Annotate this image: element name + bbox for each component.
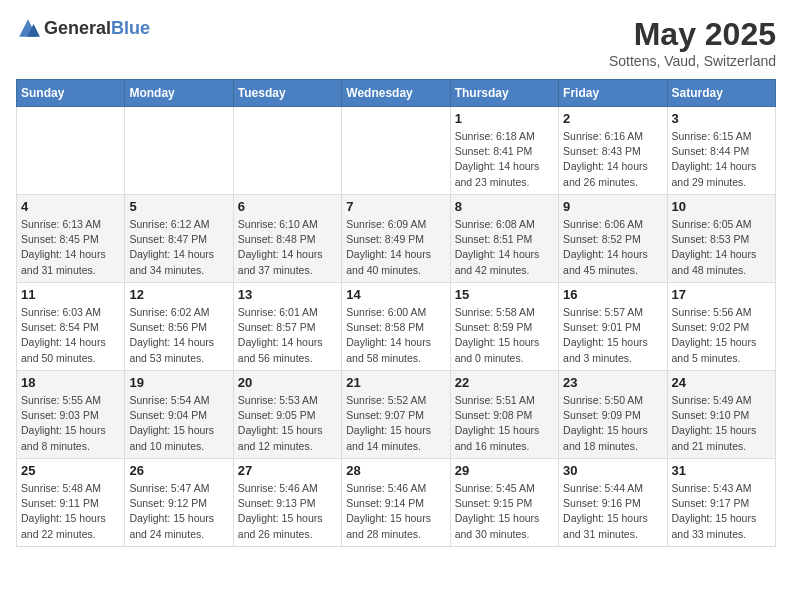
calendar-cell: 17Sunrise: 5:56 AM Sunset: 9:02 PM Dayli… — [667, 283, 775, 371]
day-number: 14 — [346, 287, 445, 302]
calendar-subtitle: Sottens, Vaud, Switzerland — [609, 53, 776, 69]
day-info: Sunrise: 6:02 AM Sunset: 8:56 PM Dayligh… — [129, 305, 228, 366]
calendar-cell: 1Sunrise: 6:18 AM Sunset: 8:41 PM Daylig… — [450, 107, 558, 195]
calendar-cell: 10Sunrise: 6:05 AM Sunset: 8:53 PM Dayli… — [667, 195, 775, 283]
calendar-cell: 30Sunrise: 5:44 AM Sunset: 9:16 PM Dayli… — [559, 459, 667, 547]
calendar-cell: 14Sunrise: 6:00 AM Sunset: 8:58 PM Dayli… — [342, 283, 450, 371]
weekday-header-wednesday: Wednesday — [342, 80, 450, 107]
weekday-header-saturday: Saturday — [667, 80, 775, 107]
day-info: Sunrise: 6:12 AM Sunset: 8:47 PM Dayligh… — [129, 217, 228, 278]
day-number: 22 — [455, 375, 554, 390]
calendar-cell: 8Sunrise: 6:08 AM Sunset: 8:51 PM Daylig… — [450, 195, 558, 283]
day-info: Sunrise: 6:09 AM Sunset: 8:49 PM Dayligh… — [346, 217, 445, 278]
day-number: 3 — [672, 111, 771, 126]
logo-blue-text: Blue — [111, 18, 150, 38]
day-number: 4 — [21, 199, 120, 214]
calendar-cell: 13Sunrise: 6:01 AM Sunset: 8:57 PM Dayli… — [233, 283, 341, 371]
calendar-row-4: 25Sunrise: 5:48 AM Sunset: 9:11 PM Dayli… — [17, 459, 776, 547]
day-number: 19 — [129, 375, 228, 390]
calendar-row-3: 18Sunrise: 5:55 AM Sunset: 9:03 PM Dayli… — [17, 371, 776, 459]
calendar-cell: 2Sunrise: 6:16 AM Sunset: 8:43 PM Daylig… — [559, 107, 667, 195]
calendar-cell: 26Sunrise: 5:47 AM Sunset: 9:12 PM Dayli… — [125, 459, 233, 547]
calendar-row-2: 11Sunrise: 6:03 AM Sunset: 8:54 PM Dayli… — [17, 283, 776, 371]
weekday-header-monday: Monday — [125, 80, 233, 107]
day-number: 30 — [563, 463, 662, 478]
weekday-header-sunday: Sunday — [17, 80, 125, 107]
weekday-header-tuesday: Tuesday — [233, 80, 341, 107]
day-info: Sunrise: 6:16 AM Sunset: 8:43 PM Dayligh… — [563, 129, 662, 190]
calendar-cell: 12Sunrise: 6:02 AM Sunset: 8:56 PM Dayli… — [125, 283, 233, 371]
day-info: Sunrise: 5:55 AM Sunset: 9:03 PM Dayligh… — [21, 393, 120, 454]
calendar-cell: 20Sunrise: 5:53 AM Sunset: 9:05 PM Dayli… — [233, 371, 341, 459]
day-number: 11 — [21, 287, 120, 302]
day-info: Sunrise: 6:01 AM Sunset: 8:57 PM Dayligh… — [238, 305, 337, 366]
calendar-cell: 27Sunrise: 5:46 AM Sunset: 9:13 PM Dayli… — [233, 459, 341, 547]
day-info: Sunrise: 6:05 AM Sunset: 8:53 PM Dayligh… — [672, 217, 771, 278]
calendar-row-0: 1Sunrise: 6:18 AM Sunset: 8:41 PM Daylig… — [17, 107, 776, 195]
calendar-cell: 9Sunrise: 6:06 AM Sunset: 8:52 PM Daylig… — [559, 195, 667, 283]
calendar-cell: 18Sunrise: 5:55 AM Sunset: 9:03 PM Dayli… — [17, 371, 125, 459]
day-info: Sunrise: 5:46 AM Sunset: 9:14 PM Dayligh… — [346, 481, 445, 542]
page-header: GeneralBlue May 2025 Sottens, Vaud, Swit… — [16, 16, 776, 69]
day-info: Sunrise: 5:49 AM Sunset: 9:10 PM Dayligh… — [672, 393, 771, 454]
day-info: Sunrise: 5:52 AM Sunset: 9:07 PM Dayligh… — [346, 393, 445, 454]
day-number: 9 — [563, 199, 662, 214]
day-number: 7 — [346, 199, 445, 214]
day-info: Sunrise: 5:45 AM Sunset: 9:15 PM Dayligh… — [455, 481, 554, 542]
calendar-table: SundayMondayTuesdayWednesdayThursdayFrid… — [16, 79, 776, 547]
day-number: 6 — [238, 199, 337, 214]
day-info: Sunrise: 6:06 AM Sunset: 8:52 PM Dayligh… — [563, 217, 662, 278]
day-number: 23 — [563, 375, 662, 390]
calendar-cell — [342, 107, 450, 195]
day-info: Sunrise: 5:43 AM Sunset: 9:17 PM Dayligh… — [672, 481, 771, 542]
day-number: 18 — [21, 375, 120, 390]
logo: GeneralBlue — [16, 16, 150, 40]
day-number: 1 — [455, 111, 554, 126]
day-info: Sunrise: 5:53 AM Sunset: 9:05 PM Dayligh… — [238, 393, 337, 454]
day-number: 25 — [21, 463, 120, 478]
day-number: 17 — [672, 287, 771, 302]
day-info: Sunrise: 5:58 AM Sunset: 8:59 PM Dayligh… — [455, 305, 554, 366]
day-info: Sunrise: 5:56 AM Sunset: 9:02 PM Dayligh… — [672, 305, 771, 366]
day-info: Sunrise: 6:08 AM Sunset: 8:51 PM Dayligh… — [455, 217, 554, 278]
day-info: Sunrise: 5:51 AM Sunset: 9:08 PM Dayligh… — [455, 393, 554, 454]
calendar-cell: 11Sunrise: 6:03 AM Sunset: 8:54 PM Dayli… — [17, 283, 125, 371]
calendar-title: May 2025 — [609, 16, 776, 53]
calendar-cell: 23Sunrise: 5:50 AM Sunset: 9:09 PM Dayli… — [559, 371, 667, 459]
calendar-cell: 15Sunrise: 5:58 AM Sunset: 8:59 PM Dayli… — [450, 283, 558, 371]
calendar-cell: 21Sunrise: 5:52 AM Sunset: 9:07 PM Dayli… — [342, 371, 450, 459]
calendar-cell: 25Sunrise: 5:48 AM Sunset: 9:11 PM Dayli… — [17, 459, 125, 547]
calendar-cell — [17, 107, 125, 195]
day-info: Sunrise: 6:03 AM Sunset: 8:54 PM Dayligh… — [21, 305, 120, 366]
calendar-row-1: 4Sunrise: 6:13 AM Sunset: 8:45 PM Daylig… — [17, 195, 776, 283]
day-info: Sunrise: 6:00 AM Sunset: 8:58 PM Dayligh… — [346, 305, 445, 366]
day-info: Sunrise: 5:57 AM Sunset: 9:01 PM Dayligh… — [563, 305, 662, 366]
day-number: 31 — [672, 463, 771, 478]
day-info: Sunrise: 5:47 AM Sunset: 9:12 PM Dayligh… — [129, 481, 228, 542]
day-info: Sunrise: 6:15 AM Sunset: 8:44 PM Dayligh… — [672, 129, 771, 190]
calendar-cell: 24Sunrise: 5:49 AM Sunset: 9:10 PM Dayli… — [667, 371, 775, 459]
day-number: 26 — [129, 463, 228, 478]
calendar-cell: 16Sunrise: 5:57 AM Sunset: 9:01 PM Dayli… — [559, 283, 667, 371]
day-number: 29 — [455, 463, 554, 478]
day-info: Sunrise: 6:18 AM Sunset: 8:41 PM Dayligh… — [455, 129, 554, 190]
day-number: 21 — [346, 375, 445, 390]
day-number: 5 — [129, 199, 228, 214]
calendar-cell: 7Sunrise: 6:09 AM Sunset: 8:49 PM Daylig… — [342, 195, 450, 283]
day-number: 24 — [672, 375, 771, 390]
weekday-header-friday: Friday — [559, 80, 667, 107]
day-number: 15 — [455, 287, 554, 302]
logo-general-text: General — [44, 18, 111, 38]
day-number: 2 — [563, 111, 662, 126]
weekday-header-thursday: Thursday — [450, 80, 558, 107]
calendar-cell: 4Sunrise: 6:13 AM Sunset: 8:45 PM Daylig… — [17, 195, 125, 283]
day-number: 8 — [455, 199, 554, 214]
day-number: 13 — [238, 287, 337, 302]
day-info: Sunrise: 5:44 AM Sunset: 9:16 PM Dayligh… — [563, 481, 662, 542]
day-info: Sunrise: 5:48 AM Sunset: 9:11 PM Dayligh… — [21, 481, 120, 542]
day-number: 16 — [563, 287, 662, 302]
day-number: 27 — [238, 463, 337, 478]
weekday-header-row: SundayMondayTuesdayWednesdayThursdayFrid… — [17, 80, 776, 107]
logo-icon — [16, 16, 40, 40]
calendar-cell: 22Sunrise: 5:51 AM Sunset: 9:08 PM Dayli… — [450, 371, 558, 459]
